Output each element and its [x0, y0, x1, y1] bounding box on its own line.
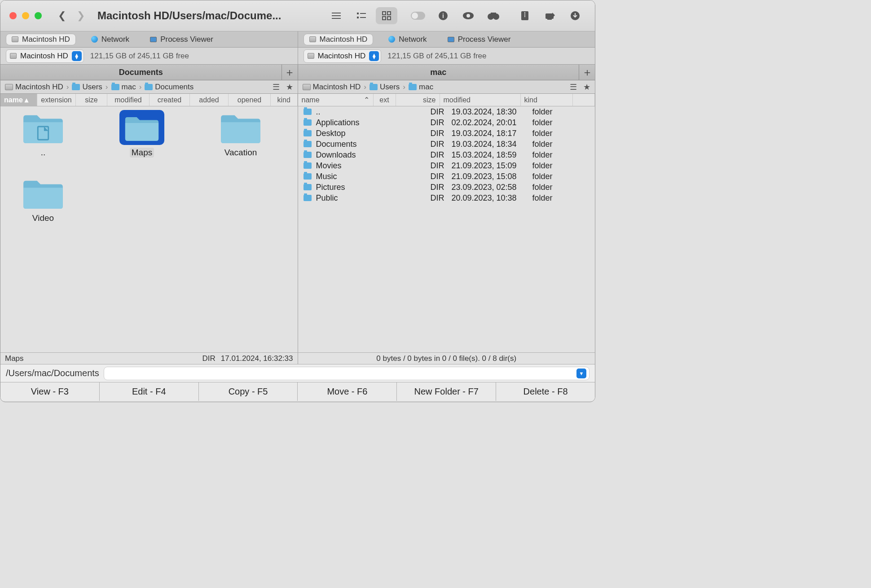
cell-modified: 23.09.2023, 02:58: [448, 183, 529, 192]
cell-kind: folder: [529, 150, 581, 160]
panel-tab-left[interactable]: Documents: [0, 68, 282, 77]
list-row[interactable]: DesktopDIR19.03.2024, 18:17folder: [298, 128, 595, 139]
breadcrumb-label: Macintosh HD: [313, 83, 361, 92]
add-tab-button[interactable]: ＋: [579, 65, 595, 80]
breadcrumb-segment[interactable]: Users: [370, 83, 400, 92]
drive-select-left[interactable]: Macintosh HD ▲▼: [6, 49, 84, 63]
breadcrumb-segment[interactable]: Documents: [145, 83, 194, 92]
cell-modified: 20.09.2023, 10:38: [448, 193, 529, 203]
view-columns-icon[interactable]: [351, 7, 372, 24]
list-row[interactable]: ApplicationsDIR02.02.2024, 20:01folder: [298, 117, 595, 128]
drive-name: Macintosh HD: [318, 52, 366, 61]
folder-icon: [304, 162, 312, 169]
cell-size: DIR: [404, 150, 448, 160]
breadcrumb-segment[interactable]: Users: [72, 83, 102, 92]
grid-item[interactable]: Maps: [113, 110, 171, 158]
panel-tab-right[interactable]: mac: [298, 68, 579, 77]
cell-modified: 21.09.2023, 15:09: [448, 161, 529, 171]
column-header-size[interactable]: size: [396, 94, 440, 106]
list-small-icon[interactable]: ☰: [567, 81, 580, 93]
add-tab-button[interactable]: ＋: [282, 65, 298, 80]
share-icon[interactable]: [539, 7, 561, 24]
svg-rect-19: [491, 13, 496, 15]
list-row[interactable]: MusicDIR21.09.2023, 15:08folder: [298, 171, 595, 182]
list-row[interactable]: PublicDIR20.09.2023, 10:38folder: [298, 193, 595, 203]
forward-button[interactable]: ❯: [73, 8, 88, 23]
cell-size: DIR: [404, 107, 448, 117]
info-icon[interactable]: i: [432, 7, 454, 24]
download-icon[interactable]: [564, 7, 586, 24]
list-row[interactable]: MoviesDIR21.09.2023, 15:09folder: [298, 160, 595, 171]
list-row[interactable]: DownloadsDIR15.03.2024, 18:59folder: [298, 149, 595, 160]
column-header-modified[interactable]: modified: [440, 94, 521, 106]
drive-icon: [308, 53, 314, 59]
location-tab[interactable]: Process Viewer: [145, 34, 219, 45]
cell-kind: folder: [529, 161, 581, 171]
column-header-size[interactable]: size: [76, 94, 107, 106]
column-header-ext[interactable]: ext: [374, 94, 396, 106]
drive-select-right[interactable]: Macintosh HD ▲▼: [304, 49, 382, 63]
star-icon[interactable]: ★: [283, 81, 296, 93]
column-header-kind[interactable]: kind: [521, 94, 573, 106]
location-tab[interactable]: Macintosh HD: [6, 34, 76, 45]
view-list-icon[interactable]: [326, 7, 347, 24]
grid-item[interactable]: Vacation: [211, 110, 270, 158]
function-button[interactable]: New Folder - F7: [397, 382, 496, 401]
function-button[interactable]: Move - F6: [298, 382, 397, 401]
preview-icon[interactable]: [457, 7, 479, 24]
column-header-created[interactable]: created: [150, 94, 190, 106]
cell-name: Downloads: [316, 150, 382, 160]
location-tab[interactable]: Network: [383, 34, 432, 45]
chevron-right-icon: ›: [364, 83, 366, 92]
cell-name: Applications: [316, 118, 382, 127]
zoom-icon[interactable]: [35, 12, 42, 19]
column-headers: name ▴extensionsizemodifiedcreatedaddedo…: [0, 94, 595, 106]
view-grid-icon[interactable]: [376, 7, 397, 24]
cell-name: Music: [316, 172, 382, 181]
function-button[interactable]: Delete - F8: [496, 382, 595, 401]
column-header-name[interactable]: name⌃: [298, 94, 374, 106]
free-space-text: 121,15 GB of 245,11 GB free: [90, 52, 189, 61]
location-tab[interactable]: Macintosh HD: [304, 34, 374, 45]
grid-item[interactable]: Video: [14, 176, 72, 223]
list-row[interactable]: DocumentsDIR19.03.2024, 18:34folder: [298, 139, 595, 149]
binoculars-icon[interactable]: [483, 7, 504, 24]
breadcrumb-segment[interactable]: Macintosh HD: [303, 83, 361, 92]
drive-icon: [10, 53, 17, 59]
cell-size: DIR: [404, 172, 448, 181]
column-header-extension[interactable]: extension: [37, 94, 76, 106]
list-row[interactable]: ..DIR19.03.2024, 18:30folder: [298, 106, 595, 117]
svg-rect-9: [383, 17, 386, 20]
breadcrumb-segment[interactable]: mac: [111, 83, 136, 92]
back-button[interactable]: ❮: [54, 8, 70, 23]
list-small-icon[interactable]: ☰: [270, 81, 282, 93]
toggle-switch-icon[interactable]: [407, 7, 429, 24]
function-button[interactable]: View - F3: [0, 382, 100, 401]
minimize-icon[interactable]: [22, 12, 29, 19]
star-icon[interactable]: ★: [581, 81, 593, 93]
column-header-opened[interactable]: opened: [229, 94, 271, 106]
path-row: /Users/mac/Documents ▼: [0, 364, 595, 382]
folder-icon: [304, 130, 312, 136]
svg-point-12: [412, 13, 418, 19]
archive-icon[interactable]: [514, 7, 536, 24]
breadcrumb-segment[interactable]: mac: [409, 83, 433, 92]
column-header-name[interactable]: name ▴: [0, 94, 37, 106]
function-button[interactable]: Copy - F5: [199, 382, 298, 401]
function-button[interactable]: Edit - F4: [100, 382, 199, 401]
list-row[interactable]: PicturesDIR23.09.2023, 02:58folder: [298, 182, 595, 193]
location-tab[interactable]: Network: [86, 34, 135, 45]
grid-item[interactable]: ..: [14, 110, 72, 158]
status-summary: 0 bytes / 0 bytes in 0 / 0 file(s). 0 / …: [376, 354, 516, 363]
breadcrumb-label: Macintosh HD: [15, 83, 63, 92]
column-header-modified[interactable]: modified: [107, 94, 150, 106]
column-header-added[interactable]: added: [190, 94, 229, 106]
location-tab[interactable]: Process Viewer: [442, 34, 516, 45]
command-input[interactable]: ▼: [104, 367, 589, 380]
chevron-right-icon: ›: [66, 83, 69, 92]
breadcrumb-segment[interactable]: Macintosh HD: [5, 83, 63, 92]
close-icon[interactable]: [9, 12, 17, 19]
cell-name: ..: [316, 107, 382, 117]
column-header-kind[interactable]: kind: [271, 94, 298, 106]
drive-row: Macintosh HD ▲▼ 121,15 GB of 245,11 GB f…: [0, 48, 595, 65]
